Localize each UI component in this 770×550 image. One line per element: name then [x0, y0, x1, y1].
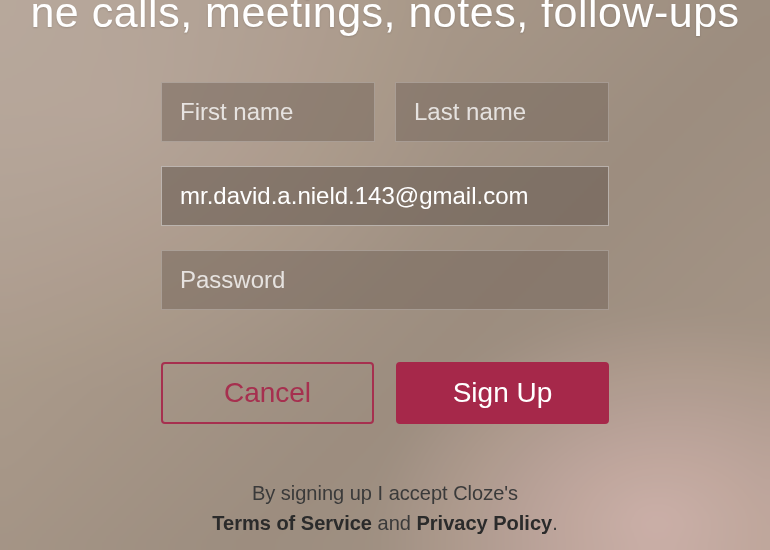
privacy-policy-link[interactable]: Privacy Policy [416, 512, 552, 534]
button-row: Cancel Sign Up [161, 362, 609, 424]
email-field[interactable] [161, 166, 609, 226]
headline: ne calls, meetings, notes, follow-ups [30, 0, 739, 40]
legal-suffix: . [552, 512, 558, 534]
terms-of-service-link[interactable]: Terms of Service [212, 512, 372, 534]
signup-form: Cancel Sign Up By signing up I accept Cl… [161, 82, 609, 538]
cancel-button[interactable]: Cancel [161, 362, 374, 424]
legal-and: and [372, 512, 416, 534]
legal-text: By signing up I accept Cloze's Terms of … [161, 478, 609, 538]
name-row [161, 82, 609, 142]
last-name-field[interactable] [395, 82, 609, 142]
first-name-field[interactable] [161, 82, 375, 142]
headline-line2: ne calls, meetings, notes, follow-ups [30, 0, 739, 36]
password-field[interactable] [161, 250, 609, 310]
legal-prefix: By signing up I accept Cloze's [252, 482, 518, 504]
signup-button[interactable]: Sign Up [396, 362, 609, 424]
